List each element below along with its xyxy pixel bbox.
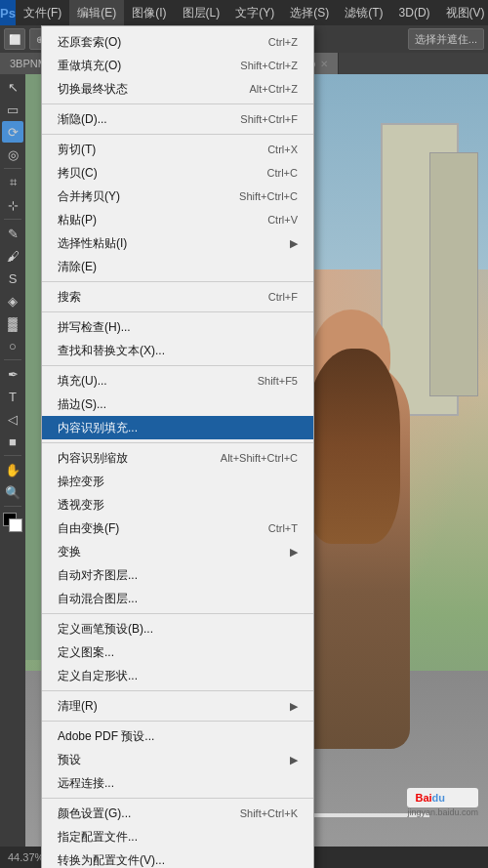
separator-4 <box>42 311 313 312</box>
tool-stamp[interactable]: S <box>2 268 23 289</box>
background-color[interactable] <box>9 518 22 532</box>
edit-menu-dropdown: 还原套索(O) Ctrl+Z 重做填充(O) Shift+Ctrl+Z 切换最终… <box>41 25 314 868</box>
watermark-url: jingyan.baidu.com <box>407 807 478 817</box>
menu-define-brush[interactable]: 定义画笔预设(B)... <box>42 617 313 641</box>
tool-zoom[interactable]: 🔍 <box>2 481 23 503</box>
left-toolbar: ↖ ▭ ⟳ ◎ ⌗ ⊹ ✎ 🖌 S ◈ ▓ ○ ✒ T ◁ ■ ✋ 🔍 <box>0 74 25 847</box>
menu-remote-connect[interactable]: 远程连接... <box>42 771 313 795</box>
separator-2 <box>42 134 313 135</box>
tool-shape[interactable]: ■ <box>2 431 23 452</box>
tool-divider-2 <box>4 219 21 220</box>
ps-icon: Ps <box>0 0 16 25</box>
menu-content-aware-fill[interactable]: 内容识别填充... <box>42 416 313 439</box>
zoom-level: 44.37% <box>8 851 44 863</box>
menu-undo[interactable]: 还原套索(O) Ctrl+Z <box>42 30 313 54</box>
tool-hand[interactable]: ✋ <box>2 459 23 480</box>
menu-copy-merged[interactable]: 合并拷贝(Y) Shift+Ctrl+C <box>42 185 313 208</box>
menu-convert-profile[interactable]: 转换为配置文件(V)... <box>42 848 313 868</box>
tool-divider-5 <box>4 506 21 507</box>
menu-assign-profile[interactable]: 指定配置文件... <box>42 825 313 848</box>
separator-3 <box>42 281 313 282</box>
menu-cut[interactable]: 剪切(T) Ctrl+X <box>42 138 313 161</box>
menu-content-aware-scale[interactable]: 内容识别缩放 Alt+Shift+Ctrl+C <box>42 446 313 470</box>
tool-healing[interactable]: ✎ <box>2 223 23 244</box>
tool-quick-select[interactable]: ◎ <box>2 144 23 165</box>
menu-toggle-state[interactable]: 切换最终状态 Alt+Ctrl+Z <box>42 77 313 101</box>
menu-paste-special[interactable]: 选择性粘贴(I) ▶ <box>42 231 313 255</box>
menu-bar: 文件(F) 编辑(E) 图像(I) 图层(L) 文字(Y) 选择(S) 滤镜(T… <box>16 0 488 25</box>
tool-eyedropper[interactable]: ⊹ <box>2 194 23 216</box>
tool-gradient[interactable]: ▓ <box>2 312 23 334</box>
menu-edit[interactable]: 编辑(E) <box>69 0 124 25</box>
menu-select[interactable]: 选择(S) <box>282 0 337 25</box>
tool-pen[interactable]: ✒ <box>2 363 23 385</box>
menu-paste[interactable]: 粘贴(P) Ctrl+V <box>42 208 313 231</box>
person-hair <box>303 349 400 544</box>
menu-auto-blend[interactable]: 自动混合图层... <box>42 587 313 610</box>
tool-lasso[interactable]: ⟳ <box>2 121 23 143</box>
separator-9 <box>42 721 313 722</box>
tool-divider-3 <box>4 359 21 360</box>
menu-purge[interactable]: 清理(R) ▶ <box>42 694 313 718</box>
menu-type[interactable]: 文字(Y) <box>227 0 282 25</box>
menu-color-settings[interactable]: 颜色设置(G)... Shift+Ctrl+K <box>42 802 313 825</box>
tool-eraser[interactable]: ◈ <box>2 290 23 311</box>
menu-pdf-presets[interactable]: Adobe PDF 预设... <box>42 724 313 748</box>
separator-8 <box>42 690 313 691</box>
tab-close-3[interactable]: ✕ <box>320 59 328 69</box>
select-mask-btn[interactable]: 选择并遮住... <box>408 28 484 50</box>
tool-divider-4 <box>4 455 21 456</box>
menu-view[interactable]: 视图(V) <box>438 0 488 25</box>
menu-perspective-warp[interactable]: 透视变形 <box>42 493 313 517</box>
menu-stroke[interactable]: 描边(S)... <box>42 393 313 416</box>
separator-5 <box>42 365 313 366</box>
building-far <box>429 152 478 396</box>
menu-presets[interactable]: 预设 ▶ <box>42 748 313 771</box>
menu-spell-check[interactable]: 拼写检查(H)... <box>42 315 313 339</box>
menu-fade[interactable]: 渐隐(D)... Shift+Ctrl+F <box>42 107 313 131</box>
menu-copy[interactable]: 拷贝(C) Ctrl+C <box>42 161 313 185</box>
color-picker[interactable] <box>3 513 22 532</box>
toolbar-btn-1[interactable]: ⬜ <box>4 28 25 50</box>
menu-transform[interactable]: 变换 ▶ <box>42 540 313 563</box>
menu-define-pattern[interactable]: 定义图案... <box>42 641 313 664</box>
menu-puppet-warp[interactable]: 操控变形 <box>42 470 313 493</box>
menu-find-replace[interactable]: 查找和替换文本(X)... <box>42 339 313 362</box>
menu-redo[interactable]: 重做填充(O) Shift+Ctrl+Z <box>42 54 313 77</box>
watermark: Baidu jingyan.baidu.com <box>407 788 478 817</box>
tool-brush[interactable]: 🖌 <box>2 245 23 267</box>
tool-type[interactable]: T <box>2 386 23 407</box>
tool-move[interactable]: ↖ <box>2 76 23 98</box>
tool-divider-1 <box>4 168 21 169</box>
separator-10 <box>42 798 313 799</box>
tool-marquee[interactable]: ▭ <box>2 99 23 120</box>
menu-search[interactable]: 搜索 Ctrl+F <box>42 285 313 309</box>
separator-6 <box>42 442 313 443</box>
menu-layer[interactable]: 图层(L) <box>175 0 228 25</box>
menu-3d[interactable]: 3D(D) <box>391 0 438 25</box>
separator-7 <box>42 613 313 614</box>
menu-image[interactable]: 图像(I) <box>124 0 174 25</box>
menu-free-transform[interactable]: 自由变换(F) Ctrl+T <box>42 517 313 540</box>
menu-file[interactable]: 文件(F) <box>16 0 69 25</box>
menu-clear[interactable]: 清除(E) <box>42 255 313 278</box>
menu-define-shape[interactable]: 定义自定形状... <box>42 664 313 687</box>
top-menu-bar: Ps 文件(F) 编辑(E) 图像(I) 图层(L) 文字(Y) 选择(S) 滤… <box>0 0 488 25</box>
tool-path-select[interactable]: ◁ <box>2 408 23 430</box>
separator-1 <box>42 103 313 104</box>
menu-fill[interactable]: 填充(U)... Shift+F5 <box>42 369 313 393</box>
menu-filter[interactable]: 滤镜(T) <box>337 0 390 25</box>
tool-dodge[interactable]: ○ <box>2 335 23 356</box>
tool-crop[interactable]: ⌗ <box>2 172 23 193</box>
menu-auto-align[interactable]: 自动对齐图层... <box>42 563 313 587</box>
watermark-brand: Baidu <box>407 788 478 807</box>
